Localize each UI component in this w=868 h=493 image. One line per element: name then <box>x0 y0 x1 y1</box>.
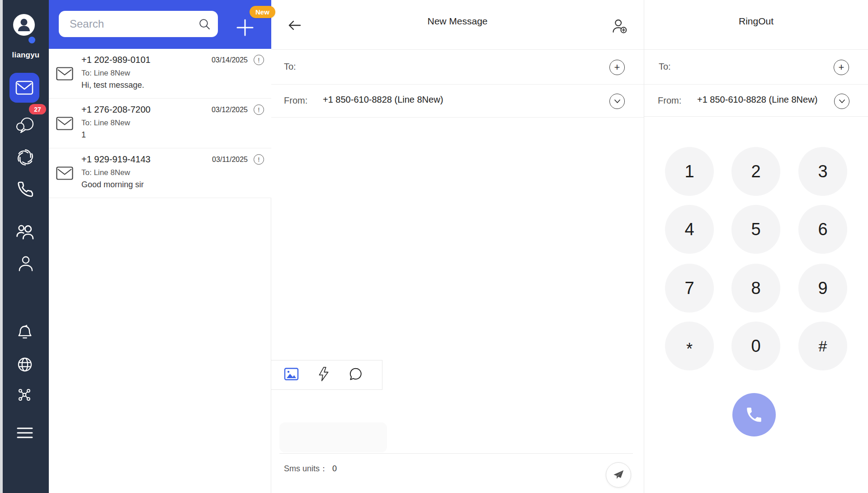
message-date: 03/12/2025 <box>212 106 248 114</box>
ringout-from-number-value: +1 850-610-8828 (Line 8New) <box>697 95 833 105</box>
new-message-header: New Message <box>271 0 644 50</box>
from-label: From: <box>284 95 307 106</box>
divider <box>279 453 633 454</box>
message-list-panel: New +1 202-989-0101 To: Line 8New Hi, te… <box>49 0 271 493</box>
message-list-header: New <box>49 0 271 49</box>
sidebar-item-contacts[interactable] <box>15 223 35 241</box>
dialpad-key-1[interactable]: 1 <box>665 147 714 196</box>
globe-icon <box>17 356 33 373</box>
message-preview: 1 <box>81 130 86 140</box>
compose-toolbar <box>271 360 382 390</box>
add-recipient-button[interactable]: + <box>609 60 625 75</box>
sidebar-item-integrations[interactable] <box>16 387 33 403</box>
dialpad-key-9[interactable]: 9 <box>798 264 847 313</box>
message-number: +1 929-919-4143 <box>81 154 151 165</box>
ringout-from-row[interactable]: From: +1 850-610-8828 (Line 8New) <box>644 85 868 117</box>
sidebar-username: liangyu <box>3 51 49 60</box>
call-phone-icon <box>745 405 764 424</box>
sms-units-counter: Sms units：0 <box>284 463 337 474</box>
attach-image-button[interactable] <box>284 368 299 382</box>
sidebar: liangyu 27 <box>3 0 49 493</box>
from-field-row[interactable]: From: +1 850-610-8828 (Line 8New) <box>271 85 644 118</box>
menu-icon <box>16 426 33 440</box>
to-field-row[interactable]: To: + <box>271 50 644 85</box>
send-plane-icon <box>612 469 625 481</box>
sidebar-item-messages[interactable] <box>9 73 39 103</box>
message-date: 03/11/2025 <box>212 156 248 164</box>
dialpad-key-hash[interactable]: # <box>798 322 847 370</box>
ringout-to-row[interactable]: To: + <box>644 50 868 85</box>
sidebar-item-assistant[interactable] <box>16 148 34 166</box>
add-contact-button[interactable] <box>611 18 627 35</box>
dialpad-key-8[interactable]: 8 <box>731 264 780 313</box>
new-message-button[interactable] <box>235 18 255 38</box>
unread-count-badge: 27 <box>29 104 46 114</box>
dialpad-key-3[interactable]: 3 <box>798 147 847 196</box>
sidebar-item-profile[interactable] <box>17 255 35 272</box>
from-dropdown-button[interactable] <box>609 94 625 109</box>
ringout-title: RingOut <box>644 16 868 27</box>
message-preview: Good morning sir <box>81 180 144 190</box>
alert-icon: ! <box>254 154 264 165</box>
bell-icon <box>16 324 33 340</box>
dialpad-key-2[interactable]: 2 <box>731 147 780 196</box>
sms-units-value: 0 <box>332 464 337 473</box>
new-message-panel: New Message To: + From: +1 850-610-8828 … <box>271 0 644 493</box>
dialpad-key-star[interactable]: * <box>665 322 714 370</box>
chat-bubble-icon <box>349 367 363 381</box>
dialpad-key-6[interactable]: 6 <box>798 205 847 254</box>
dialpad-key-4[interactable]: 4 <box>665 205 714 254</box>
to-label: To: <box>284 62 296 72</box>
message-preview: Hi, test message. <box>81 81 144 90</box>
new-message-title: New Message <box>271 16 644 27</box>
message-recipient: To: Line 8New <box>81 69 130 78</box>
message-list-item[interactable]: +1 276-208-7200 To: Line 8New 1 03/12/20… <box>49 99 271 148</box>
chat-icon <box>15 116 36 135</box>
dialpad-key-7[interactable]: 7 <box>665 264 714 313</box>
contacts-icon <box>15 223 35 241</box>
sidebar-item-notifications[interactable] <box>16 324 33 340</box>
dialpad-key-0[interactable]: 0 <box>731 322 780 370</box>
chevron-down-icon <box>614 99 621 104</box>
dialpad-key-5[interactable]: 5 <box>731 205 780 254</box>
quick-reply-button[interactable] <box>317 366 330 384</box>
new-feature-badge: New <box>250 6 275 18</box>
sidebar-item-menu[interactable] <box>16 426 33 440</box>
compose-input-area[interactable] <box>279 422 387 452</box>
mail-icon <box>15 81 33 95</box>
from-number-value: +1 850-610-8828 (Line 8New) <box>323 95 443 105</box>
search-icon <box>198 18 211 32</box>
alert-icon: ! <box>254 55 264 65</box>
chevron-down-icon <box>839 99 845 104</box>
message-number: +1 276-208-7200 <box>81 104 151 115</box>
send-button[interactable] <box>606 462 631 488</box>
ringout-from-label: From: <box>658 95 681 106</box>
sidebar-item-phone[interactable] <box>16 180 34 199</box>
message-date: 03/14/2025 <box>212 56 248 64</box>
ringout-add-number-button[interactable]: + <box>834 60 849 75</box>
online-status-dot <box>28 37 35 43</box>
sms-units-label: Sms units： <box>284 464 328 473</box>
profile-icon <box>17 255 35 272</box>
person-add-icon <box>611 18 627 33</box>
envelope-icon <box>56 166 73 182</box>
message-list-item[interactable]: +1 929-919-4143 To: Line 8New Good morni… <box>49 148 271 198</box>
call-button[interactable] <box>732 393 776 436</box>
app-root: liangyu 27 <box>0 0 868 493</box>
avatar-person-icon <box>13 14 35 36</box>
sidebar-item-chat[interactable] <box>15 116 36 135</box>
message-recipient: To: Line 8New <box>81 168 130 177</box>
user-avatar[interactable] <box>13 14 35 36</box>
search-input[interactable] <box>59 11 218 37</box>
ringout-from-dropdown-button[interactable] <box>834 94 849 109</box>
envelope-icon <box>56 67 73 82</box>
sidebar-item-language[interactable] <box>17 356 33 373</box>
lightning-icon <box>317 366 330 382</box>
message-list-item[interactable]: +1 202-989-0101 To: Line 8New Hi, test m… <box>49 49 271 99</box>
phone-icon <box>16 180 34 199</box>
envelope-icon <box>56 117 73 132</box>
plus-icon <box>235 18 255 38</box>
integrations-icon <box>16 387 33 403</box>
alert-icon: ! <box>254 104 264 115</box>
template-message-button[interactable] <box>349 367 363 383</box>
